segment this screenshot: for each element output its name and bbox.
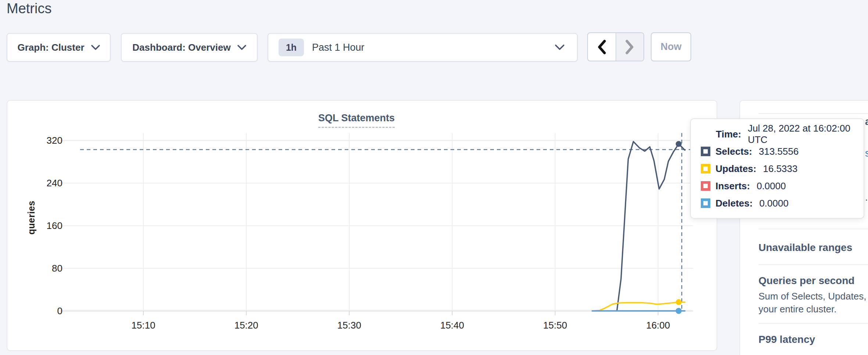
- tooltip-series-value: 0.0000: [757, 180, 786, 192]
- sidebar-heading-queries-per-second: Queries per second: [758, 275, 854, 287]
- dashboard-label: Dashboard: Overview: [132, 42, 230, 53]
- time-window-nav: [587, 32, 644, 61]
- chevron-right-icon: [625, 40, 634, 54]
- page-title: Metrics: [7, 1, 51, 17]
- sidebar-heading-p99-latency: P99 latency: [758, 334, 815, 345]
- svg-text:15:30: 15:30: [337, 320, 361, 331]
- dashboard-dropdown[interactable]: Dashboard: Overview: [121, 33, 258, 62]
- svg-text:16:00: 16:00: [646, 320, 670, 331]
- tooltip-series-value: 313.5556: [759, 146, 799, 157]
- clipped-text-fragment: a: [865, 116, 868, 128]
- tooltip-time-value: Jul 28, 2022 at 16:02:00 UTC: [748, 123, 854, 146]
- chevron-down-icon: [555, 44, 564, 50]
- updates-series-swatch: [701, 164, 710, 173]
- tooltip-series-label: Selects:: [715, 146, 752, 157]
- previous-window-button[interactable]: [588, 33, 616, 61]
- svg-text:0: 0: [57, 305, 62, 316]
- time-range-badge: 1h: [279, 39, 304, 56]
- svg-text:15:20: 15:20: [234, 320, 258, 331]
- tooltip-series-label: Inserts:: [715, 180, 750, 192]
- now-button[interactable]: Now: [651, 32, 691, 61]
- chevron-down-icon: [91, 45, 100, 50]
- sidebar-description-line: Sum of Selects, Updates, Inser: [758, 291, 868, 302]
- sidebar-heading-unavailable-ranges: Unavailable ranges: [758, 242, 852, 254]
- clipped-text-fragment: .: [865, 192, 868, 203]
- deletes-series-swatch: [701, 198, 710, 208]
- svg-text:240: 240: [47, 178, 62, 189]
- tooltip-time-label: Time:: [716, 129, 741, 140]
- svg-text:15:50: 15:50: [543, 320, 567, 331]
- svg-text:15:10: 15:10: [132, 320, 155, 331]
- chevron-left-icon: [597, 40, 606, 54]
- chevron-down-icon: [237, 45, 246, 50]
- graph-scope-dropdown[interactable]: Graph: Cluster: [7, 33, 111, 62]
- clipped-link-fragment: s: [865, 148, 868, 159]
- inserts-series-swatch: [701, 181, 710, 191]
- svg-text:15:40: 15:40: [440, 320, 464, 331]
- sidebar-description-line: your entire cluster.: [758, 304, 836, 315]
- time-range-dropdown[interactable]: 1h Past 1 Hour: [268, 33, 578, 62]
- divider: [758, 229, 868, 229]
- chart-hover-tooltip: Time: Jul 28, 2022 at 16:02:00 UTC Selec…: [690, 118, 864, 219]
- time-range-label: Past 1 Hour: [312, 42, 365, 53]
- metrics-page: Metrics Graph: Cluster Dashboard: Overvi…: [0, 0, 868, 355]
- divider: [758, 113, 868, 114]
- svg-text:80: 80: [52, 263, 62, 274]
- tooltip-series-value: 16.5333: [763, 163, 797, 175]
- graph-scope-label: Graph: Cluster: [17, 42, 84, 53]
- next-window-button[interactable]: [616, 33, 644, 61]
- tooltip-series-label: Deletes:: [715, 198, 753, 209]
- sql-statements-chart-card: SQL Statements queries 08016024032015:10…: [7, 100, 717, 351]
- divider: [758, 323, 868, 324]
- divider: [758, 264, 868, 265]
- svg-text:160: 160: [47, 220, 62, 231]
- selects-series-swatch: [701, 147, 710, 156]
- tooltip-series-value: 0.0000: [759, 198, 789, 209]
- tooltip-series-label: Updates:: [715, 163, 756, 175]
- sql-statements-chart[interactable]: 08016024032015:1015:2015:3015:4015:5016:…: [7, 101, 717, 350]
- svg-text:320: 320: [47, 135, 62, 146]
